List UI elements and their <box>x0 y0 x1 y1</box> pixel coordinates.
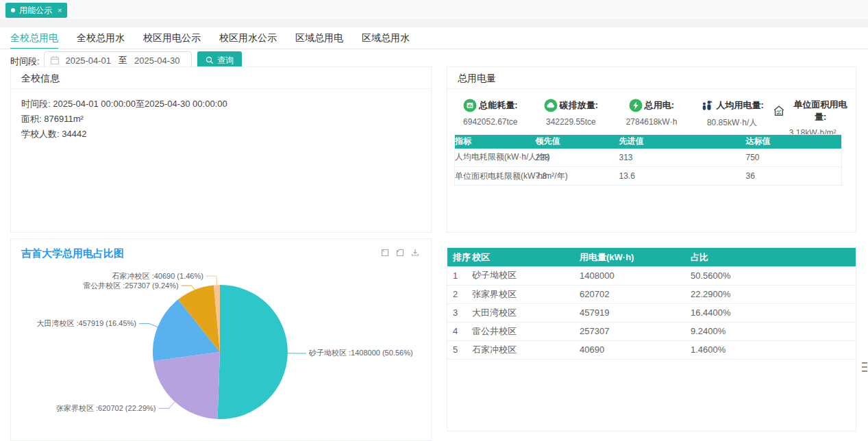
stat-per-area: 单位面积用电量: 3.18kW·h/m² <box>772 99 853 138</box>
school-info-body: 时间段: 2025-04-01 00:00:00至2025-04-30 00:0… <box>11 89 431 149</box>
dot-icon <box>11 8 15 12</box>
stat-per-area-label: 单位面积用电量: <box>788 99 853 123</box>
cell: 1408000 <box>580 266 691 285</box>
pie-label-line <box>159 402 175 409</box>
table-row: 5 石家冲校区 40690 1.4600% <box>447 340 856 359</box>
cell: 5 <box>447 340 472 359</box>
page-tag-label: 用能公示 <box>19 5 52 16</box>
stat-total-energy-value: 6942052.67tce <box>450 117 531 127</box>
ratio-col-header: 占比 <box>691 248 856 266</box>
cell: 40690 <box>580 340 691 359</box>
pie-label: 张家界校区 :620702 (22.29%) <box>56 404 156 412</box>
tab-campus-water-disclosure[interactable]: 校区用水公示 <box>219 27 277 49</box>
cell: 4 <box>447 322 472 340</box>
date-separator: 至 <box>117 54 129 66</box>
close-icon[interactable]: × <box>58 6 62 14</box>
stat-total-energy: 总能耗量: 6942052.67tce <box>450 99 531 138</box>
stat-total-electric: 总用电: 2784618kW·h <box>611 99 692 138</box>
school-info-title: 全校信息 <box>11 67 431 89</box>
cell: 16.4400% <box>691 303 856 322</box>
carbon-cloud-icon <box>544 99 558 112</box>
rank-table-header-row: 排序 校区 用电量(kW·h) 占比 <box>447 248 856 266</box>
background-strip <box>0 21 868 27</box>
cell: 22.2900% <box>691 285 856 303</box>
cell: 3 <box>447 303 472 322</box>
tab-region-total-water[interactable]: 区域总用水 <box>362 27 410 49</box>
table-row: 4 雷公井校区 257307 9.2400% <box>447 322 856 340</box>
rank-col-header: 排序 <box>447 248 472 266</box>
search-button-label: 查询 <box>217 55 234 66</box>
pie-label: 石家冲校区 :40690 (1.46%) <box>112 272 203 280</box>
cell: 1.4600% <box>691 340 856 359</box>
info-area-value: 876911m² <box>44 114 84 124</box>
info-period-label: 时间段: <box>21 99 51 109</box>
leading-col-header: 领先值 <box>536 135 619 149</box>
pie-label-line <box>139 324 158 327</box>
stat-per-capita: 人均用电量: 80.85kW·h/人 <box>692 99 773 138</box>
cell: 砂子坳校区 <box>472 266 580 285</box>
cell: 1 <box>447 266 472 285</box>
school-info-card: 全校信息 时间段: 2025-04-01 00:00:00至2025-04-30… <box>10 66 432 233</box>
rank-table: 排序 校区 用电量(kW·h) 占比 1 砂子坳校区 1408000 50.56… <box>447 248 856 360</box>
total-electricity-title: 总用电量 <box>447 67 856 89</box>
tab-region-total-electricity[interactable]: 区域总用电 <box>295 27 343 49</box>
cell: 257307 <box>580 322 691 340</box>
tab-school-total-water[interactable]: 全校总用水 <box>77 27 125 49</box>
tab-school-total-electricity[interactable]: 全校总用电 <box>10 27 58 49</box>
pie-chart-title: 吉首大学总用电占比图 <box>21 247 124 260</box>
cell: 313 <box>619 149 746 167</box>
pie-label: 雷公井校区 :257307 (9.24%) <box>83 281 178 290</box>
tab-bar: 全校总用电 全校总用水 校区用电公示 校区用水公示 区域总用电 区域总用水 <box>10 27 410 49</box>
end-date-value[interactable]: 2025-04-30 <box>129 55 186 66</box>
stat-total-electric-label: 总用电: <box>645 99 674 112</box>
stat-carbon: 碳排放量: 342229.55tce <box>531 99 612 138</box>
chart-toolbox <box>380 248 420 257</box>
meter-icon <box>463 99 477 112</box>
info-people-label: 学校人数: <box>21 129 60 139</box>
indicator-table: 指标 领先值 先进值 达标值 人均电耗限额(kW·h/人/年) 228 313 … <box>454 134 842 186</box>
cell: 大田湾校区 <box>472 303 580 322</box>
floating-settings-handle[interactable] <box>861 361 868 373</box>
restore-icon[interactable] <box>395 248 405 257</box>
rank-table-card: 排序 校区 用电量(kW·h) 占比 1 砂子坳校区 1408000 50.56… <box>447 247 856 431</box>
search-icon <box>206 56 214 64</box>
cell: 单位面积电耗限额(kW·h/m²/年) <box>455 167 536 186</box>
cell: 2 <box>447 285 472 303</box>
data-view-icon[interactable] <box>380 248 390 257</box>
cell: 36 <box>746 167 842 186</box>
tag-bar: 用能公示 × <box>0 0 868 21</box>
cell: 750 <box>746 149 842 167</box>
table-row: 1 砂子坳校区 1408000 50.5600% <box>447 266 856 285</box>
pie-label-line <box>206 276 217 285</box>
campus-col-header: 校区 <box>472 248 580 266</box>
table-row: 单位面积电耗限额(kW·h/m²/年) 7.8 13.6 36 <box>455 167 842 186</box>
start-date-value[interactable]: 2025-04-01 <box>60 55 117 66</box>
house-chart-icon <box>772 104 786 118</box>
cell: 雷公井校区 <box>472 322 580 340</box>
info-people-value: 34442 <box>62 129 86 139</box>
cell: 石家冲校区 <box>472 340 580 359</box>
indicator-col-header: 指标 <box>455 135 536 149</box>
pie-slice[interactable] <box>218 285 288 419</box>
save-image-icon[interactable] <box>410 248 420 257</box>
advanced-col-header: 先进值 <box>619 135 746 149</box>
pie-slice[interactable] <box>153 352 220 419</box>
cell: 人均电耗限额(kW·h/人/年) <box>455 149 536 167</box>
standard-col-header: 达标值 <box>746 135 842 149</box>
info-area-label: 面积: <box>21 114 42 124</box>
stat-carbon-label: 碳排放量: <box>560 99 598 112</box>
tabs-divider <box>0 49 868 49</box>
usage-col-header: 用电量(kW·h) <box>580 248 691 266</box>
cell: 620702 <box>580 285 691 303</box>
pie-label-line <box>182 286 195 290</box>
tab-campus-electricity-disclosure[interactable]: 校区用电公示 <box>143 27 201 49</box>
pie-chart-card: 砂子坳校区 :1408000 (50.56%)张家界校区 :620702 (22… <box>10 238 432 441</box>
people-icon <box>700 99 714 112</box>
indicator-table-header-row: 指标 领先值 先进值 达标值 <box>455 135 842 149</box>
info-period-value: 2025-04-01 00:00:00至2025-04-30 00:00:00 <box>53 99 227 109</box>
page-tag-energy-disclosure[interactable]: 用能公示 × <box>5 3 67 18</box>
table-row: 2 张家界校区 620702 22.2900% <box>447 285 856 303</box>
cell: 13.6 <box>619 167 746 186</box>
cell: 9.2400% <box>691 322 856 340</box>
pie-chart[interactable]: 砂子坳校区 :1408000 (50.56%)张家界校区 :620702 (22… <box>11 239 432 440</box>
